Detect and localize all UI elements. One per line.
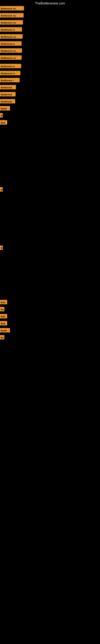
bottleneck-label-22: Bott [0, 314, 7, 318]
bottleneck-label-2: Bottleneck res [0, 13, 24, 18]
bottleneck-label-6: Bottleneck re [0, 41, 22, 46]
site-title: TheBottlenecker.com [0, 0, 100, 7]
bottleneck-label-23: Bott [0, 321, 7, 326]
bottleneck-label-14: Bottleneck [0, 99, 15, 104]
bottleneck-label-17: Bott [0, 120, 7, 124]
bottleneck-label-3: Bottleneck res [0, 20, 23, 24]
bottleneck-label-13: Bottleneck [0, 92, 16, 96]
bottleneck-label-25: Bo [0, 335, 4, 340]
bottleneck-label-20: Bott [0, 300, 7, 304]
bottleneck-label-15: Bottle [0, 106, 10, 110]
bottleneck-label-4: Bottleneck re [0, 27, 22, 32]
bottleneck-label-21: Bo [0, 307, 4, 311]
bottleneck-label-24: Bottle [0, 328, 10, 332]
bottleneck-label-16: B [0, 113, 3, 118]
bottleneck-label-19: B [0, 246, 3, 250]
bottleneck-label-5: Bottleneck res [0, 34, 23, 39]
bottleneck-label-10: Bottleneck re [0, 71, 20, 75]
bottleneck-label-11: Bottleneck r [0, 78, 20, 82]
bottleneck-label-9: Bottleneck re [0, 64, 21, 68]
bottleneck-label-1: Bottleneck res [0, 6, 24, 10]
bottleneck-label-8: Bottleneck res [0, 55, 22, 60]
bottleneck-label-12: Bottleneck [0, 85, 16, 89]
bottleneck-label-18: B [0, 187, 3, 192]
bottleneck-label-7: Bottleneck res [0, 48, 22, 53]
